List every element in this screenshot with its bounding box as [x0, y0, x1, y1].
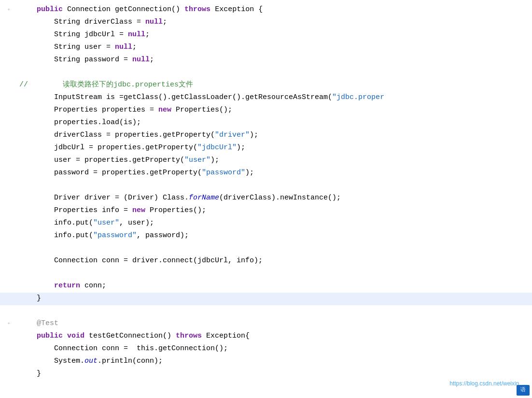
- line-content: String password = null;: [17, 54, 532, 66]
- line-content: InputStream is =getClass().getClassLoade…: [17, 92, 532, 103]
- code-line: }: [0, 293, 532, 305]
- code-token: [19, 5, 37, 14]
- line-gutter: [0, 255, 17, 256]
- line-content: password = properties.getProperty("passw…: [17, 167, 532, 179]
- code-token: Properties();: [145, 206, 206, 214]
- code-token: out: [84, 357, 98, 365]
- code-line: [0, 67, 532, 79]
- code-token: info.put(: [19, 219, 93, 227]
- line-content: Properties properties = new Properties()…: [17, 104, 532, 116]
- line-gutter: [0, 54, 17, 55]
- code-token: .println(conn);: [98, 357, 163, 365]
- code-token: String user =: [19, 43, 115, 51]
- code-token: jdbc.properties: [113, 81, 179, 89]
- line-content: String driverClass = null;: [17, 16, 532, 28]
- line-gutter: [0, 205, 17, 206]
- line-gutter: [0, 355, 17, 356]
- code-token: System.: [19, 357, 84, 365]
- code-token: return: [54, 282, 80, 290]
- code-token: String jdbcUrl =: [19, 30, 128, 39]
- code-token: }: [19, 370, 41, 378]
- line-gutter: [0, 155, 17, 156]
- code-token: (): [171, 5, 184, 14]
- line-content: properties.load(is);: [17, 117, 532, 128]
- code-token: , password);: [137, 231, 189, 240]
- line-content: // 读取类路径下的jdbc.properties文件: [17, 79, 532, 91]
- code-token: );: [250, 131, 258, 139]
- code-token: Properties properties =: [19, 106, 158, 114]
- code-token: user = properties.getProperty(: [19, 156, 184, 164]
- code-line: Driver driver = (Driver) Class.forName(d…: [0, 192, 532, 205]
- code-token: [19, 332, 37, 340]
- line-content: }: [17, 368, 532, 380]
- code-token: 文件: [179, 81, 193, 89]
- line-content: info.put("user", user);: [17, 217, 532, 229]
- code-token: null: [132, 56, 150, 64]
- code-token: driverClass = properties.getProperty(: [19, 131, 215, 139]
- code-line: InputStream is =getClass().getClassLoade…: [0, 92, 532, 104]
- code-line: return conn;: [0, 280, 532, 293]
- code-token: throws: [176, 332, 202, 340]
- code-token: Properties info =: [19, 206, 132, 214]
- code-token: , user);: [119, 219, 154, 227]
- line-gutter: [0, 192, 17, 193]
- line-content: String jdbcUrl = null;: [17, 29, 532, 41]
- line-gutter: [0, 368, 17, 369]
- code-line: ◦ public Connection getConnection() thro…: [0, 4, 532, 16]
- code-token: );: [245, 169, 254, 177]
- code-token: Exception {: [210, 5, 263, 14]
- code-token: "user": [93, 219, 119, 227]
- line-gutter: [0, 293, 17, 294]
- code-line: [0, 180, 532, 192]
- code-token: new: [132, 206, 145, 214]
- line-gutter: [0, 16, 17, 17]
- line-gutter: [0, 330, 17, 331]
- code-token: @Test: [19, 319, 58, 327]
- line-content: user = properties.getProperty("user");: [17, 155, 532, 166]
- line-content: driverClass = properties.getProperty("dr…: [17, 129, 532, 141]
- code-line: [0, 305, 532, 318]
- line-gutter: [0, 79, 17, 80]
- line-gutter: [0, 343, 17, 344]
- code-token: InputStream is =getClass().getClassLoade…: [19, 93, 332, 101]
- line-gutter: [0, 29, 17, 30]
- code-line: String password = null;: [0, 54, 532, 67]
- code-token: Exception{: [202, 332, 250, 340]
- code-token: forName: [189, 194, 219, 202]
- code-token: jdbcUrl = properties.getProperty(: [19, 143, 197, 152]
- line-gutter: [0, 230, 17, 231]
- watermark: https://blog.csdn.net/weixin_...: [449, 379, 527, 388]
- code-token: "password": [202, 169, 245, 177]
- line-content: Connection conn = this.getConnection();: [17, 343, 532, 355]
- code-token: [63, 332, 67, 340]
- code-token: Connection conn = driver.connect(jdbcUrl…: [19, 256, 263, 265]
- line-content: String user = null;: [17, 42, 532, 53]
- code-token: Properties();: [171, 106, 232, 114]
- code-line: Properties info = new Properties();: [0, 205, 532, 217]
- code-token: null: [115, 43, 132, 51]
- line-gutter: [0, 104, 17, 105]
- code-token: null: [128, 30, 145, 39]
- code-line: // 读取类路径下的jdbc.properties文件: [0, 79, 532, 92]
- code-token: ;: [132, 43, 137, 51]
- code-line: [0, 242, 532, 255]
- code-line: Properties properties = new Properties()…: [0, 104, 532, 117]
- code-token: "jdbc.proper: [332, 93, 384, 101]
- code-token: password = properties.getProperty(: [19, 169, 202, 177]
- code-token: properties.load(is);: [19, 118, 141, 127]
- line-content: jdbcUrl = properties.getProperty("jdbcUr…: [17, 142, 532, 154]
- code-line: user = properties.getProperty("user");: [0, 155, 532, 167]
- code-line: String user = null;: [0, 42, 532, 54]
- code-token: ;: [163, 18, 167, 26]
- line-gutter: ◦: [0, 318, 17, 329]
- code-line: info.put("user", user);: [0, 217, 532, 230]
- code-token: String driverClass =: [19, 18, 145, 26]
- code-token: [19, 282, 54, 290]
- line-gutter: [0, 180, 17, 181]
- code-line: info.put("password", password);: [0, 230, 532, 242]
- language-indicator: 语: [517, 385, 530, 396]
- line-content: @Test: [17, 318, 532, 329]
- code-token: String password =: [19, 56, 132, 64]
- line-content: Driver driver = (Driver) Class.forName(d…: [17, 192, 532, 204]
- code-token: "jdbcUrl": [197, 143, 237, 152]
